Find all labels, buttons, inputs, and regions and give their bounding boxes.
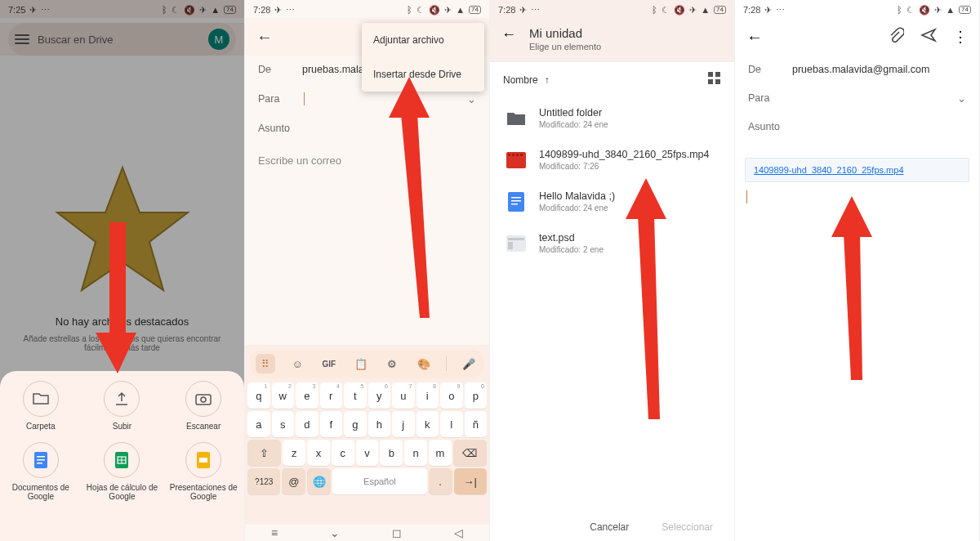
key-h[interactable]: h: [368, 411, 391, 437]
settings-icon[interactable]: ⚙: [382, 354, 402, 373]
list-item[interactable]: text.psdModificado: 2 ene: [490, 222, 734, 264]
palette-icon[interactable]: 🎨: [414, 354, 434, 373]
attachment-chip[interactable]: 1409899-uhd_3840_2160_25fps.mp4: [745, 158, 969, 182]
nav-menu-icon[interactable]: ≡: [271, 526, 278, 539]
attach-icon[interactable]: [888, 27, 904, 47]
sort-row[interactable]: Nombre ↑: [490, 62, 734, 97]
key-n[interactable]: n: [404, 440, 427, 466]
symbols-key[interactable]: ?123: [247, 468, 280, 494]
svg-rect-20: [715, 79, 720, 84]
key-r[interactable]: r4: [320, 382, 343, 409]
sheet-scan[interactable]: Escanear: [166, 381, 241, 431]
key-x[interactable]: x: [307, 440, 330, 466]
nav-back-icon[interactable]: ◁: [454, 526, 463, 539]
expand-icon[interactable]: ⌄: [467, 93, 476, 105]
key-v[interactable]: v: [356, 440, 379, 466]
svg-rect-22: [508, 154, 510, 156]
gif-icon[interactable]: GIF: [319, 354, 339, 373]
key-a[interactable]: a: [247, 411, 270, 437]
back-icon[interactable]: ←: [501, 26, 516, 43]
battery-icon: 74: [469, 6, 481, 14]
svg-rect-23: [512, 154, 514, 156]
key-b[interactable]: b: [380, 440, 403, 466]
bluetooth-icon: ᛒ: [652, 5, 657, 15]
key-c[interactable]: c: [332, 440, 354, 466]
back-icon[interactable]: ←: [256, 28, 273, 47]
shift-key[interactable]: ⇧: [247, 440, 281, 466]
battery-icon: 74: [714, 6, 726, 14]
key-w[interactable]: w2: [272, 382, 295, 409]
sheet-slides[interactable]: Presentaciones de Google: [166, 442, 241, 501]
globe-key[interactable]: 🌐: [307, 468, 331, 494]
telegram-icon: ✈: [519, 5, 527, 16]
at-key[interactable]: @: [282, 468, 305, 494]
nav-keyboard-icon[interactable]: ⌄: [330, 526, 340, 539]
key-p[interactable]: p0: [465, 382, 488, 409]
overflow-icon[interactable]: ⋮: [953, 28, 968, 46]
sheet-upload[interactable]: Subir: [84, 381, 159, 431]
period-key[interactable]: .: [429, 468, 452, 494]
from-row[interactable]: De pruebas.malavida@gmail.com: [735, 56, 979, 84]
select-button[interactable]: Seleccionar: [662, 521, 713, 533]
subject-row[interactable]: Asunto: [735, 113, 979, 141]
clipboard-icon[interactable]: 📋: [351, 354, 371, 373]
status-bar: 7:28✈⋯ ᛒ☾🔇✈▲74: [735, 0, 979, 18]
send-icon[interactable]: [920, 27, 937, 47]
text-cursor: [304, 92, 305, 105]
svg-rect-12: [199, 458, 207, 463]
wifi-icon: ▲: [456, 5, 465, 15]
create-sheet: Carpeta Subir Escanear Documentos de Goo…: [0, 371, 244, 541]
to-row[interactable]: Para ⌄: [735, 84, 979, 113]
sheet-folder[interactable]: Carpeta: [3, 381, 78, 431]
key-e[interactable]: e3: [296, 382, 318, 409]
svg-rect-32: [508, 242, 513, 249]
picker-title: Mi unidad: [529, 26, 601, 40]
menu-attach-file[interactable]: Adjuntar archivo: [362, 23, 484, 57]
video-icon: [505, 150, 528, 170]
arrow-up-icon: ↑: [545, 74, 550, 86]
key-ñ[interactable]: ñ: [465, 411, 488, 437]
cancel-button[interactable]: Cancelar: [590, 521, 629, 533]
key-j[interactable]: j: [392, 411, 415, 437]
key-t[interactable]: t5: [344, 382, 367, 409]
dnd-icon: ☾: [906, 5, 915, 16]
key-z[interactable]: z: [283, 440, 305, 466]
screen-drive-home: 7:25 ✈ ⋯ ᛒ ☾ 🔇 ✈ ▲ 74 Buscar en Drive M …: [0, 0, 245, 541]
sheet-sheets[interactable]: Hojas de cálculo de Google: [84, 442, 159, 501]
list-item[interactable]: Hello Malavida ;)Modificado: 24 ene: [490, 181, 734, 222]
enter-key[interactable]: →|: [454, 468, 487, 494]
expand-icon[interactable]: ⌄: [957, 92, 966, 105]
key-m[interactable]: m: [429, 440, 452, 466]
bluetooth-icon: ᛒ: [407, 5, 412, 15]
menu-insert-drive[interactable]: Insertar desde Drive: [362, 57, 484, 92]
mic-icon[interactable]: 🎤: [459, 354, 479, 373]
body-placeholder[interactable]: Escribe un correo: [245, 143, 489, 178]
sheet-docs[interactable]: Documentos de Google: [3, 442, 78, 501]
key-l[interactable]: l: [440, 411, 463, 437]
key-s[interactable]: s: [272, 411, 295, 437]
svg-rect-28: [511, 200, 521, 202]
grid-icon[interactable]: ⠿: [256, 354, 275, 373]
key-q[interactable]: q1: [247, 382, 270, 409]
svg-marker-36: [844, 233, 862, 380]
key-g[interactable]: g: [344, 411, 367, 437]
key-k[interactable]: k: [416, 411, 439, 437]
list-item[interactable]: Untitled folderModificado: 24 ene: [490, 97, 734, 139]
sort-label: Nombre: [503, 74, 538, 86]
space-key[interactable]: Español: [332, 468, 427, 494]
nav-home-icon[interactable]: ◻: [392, 526, 402, 539]
backspace-key[interactable]: ⌫: [453, 440, 487, 466]
emoji-icon[interactable]: ☺: [287, 354, 307, 373]
key-u[interactable]: u7: [392, 382, 415, 409]
list-item[interactable]: 1409899-uhd_3840_2160_25fps.mp4Modificad…: [490, 139, 734, 181]
key-i[interactable]: i8: [416, 382, 439, 409]
key-f[interactable]: f: [320, 411, 343, 437]
key-o[interactable]: o9: [440, 382, 463, 409]
grid-view-icon[interactable]: [708, 72, 721, 87]
back-icon[interactable]: ←: [746, 28, 763, 47]
subject-row[interactable]: Asunto: [245, 114, 489, 143]
key-y[interactable]: y6: [368, 382, 391, 409]
key-d[interactable]: d: [296, 411, 318, 437]
file-list: Untitled folderModificado: 24 ene 140989…: [490, 97, 734, 264]
svg-rect-25: [520, 154, 523, 156]
